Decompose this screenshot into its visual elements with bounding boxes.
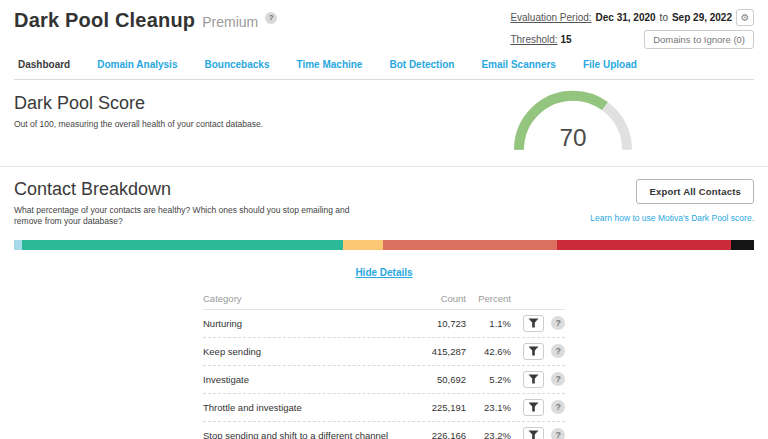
count-cell: 10,723	[393, 318, 466, 329]
row-help-icon[interactable]: ?	[551, 372, 565, 386]
title-wrap: Dark Pool Cleanup Premium ?	[14, 9, 277, 32]
nav-tab-domain-analysis[interactable]: Domain Analysis	[97, 59, 177, 70]
category-cell: Keep sending	[203, 346, 393, 357]
breakdown-actions: Export All Contacts Learn how to use Mot…	[590, 179, 754, 223]
evaluation-start-date: Dec 31, 2020	[596, 12, 656, 23]
bar-segment-3	[383, 240, 557, 250]
export-all-contacts-button[interactable]: Export All Contacts	[636, 179, 754, 204]
dark-pool-cleanup-page: Dark Pool Cleanup Premium ? Evaluation P…	[0, 0, 768, 439]
row-help-icon[interactable]: ?	[551, 400, 565, 414]
table-row: Stop sending and shift to a different ch…	[203, 422, 565, 439]
bar-segment-4	[557, 240, 732, 250]
learn-dark-pool-score-link[interactable]: Learn how to use Motiva's Dark Pool scor…	[590, 213, 754, 223]
percent-cell: 23.2%	[466, 430, 511, 439]
nav-tab-file-upload[interactable]: File Upload	[583, 59, 637, 70]
bar-segment-0	[14, 240, 22, 250]
category-cell: Throttle and investigate	[203, 402, 393, 413]
evaluation-period-label[interactable]: Evaluation Period:	[510, 12, 591, 23]
percent-cell: 23.1%	[466, 402, 511, 413]
breakdown-table: Category Count Percent Nurturing 10,723 …	[203, 288, 565, 439]
bar-segment-1	[22, 240, 343, 250]
nav-tab-email-scanners[interactable]: Email Scanners	[481, 59, 555, 70]
table-header-row: Category Count Percent	[203, 288, 565, 310]
filter-funnel-icon	[528, 402, 539, 412]
nav-tab-bot-detection[interactable]: Bot Detection	[389, 59, 454, 70]
count-column-header: Count	[393, 293, 466, 304]
row-help-icon[interactable]: ?	[551, 344, 565, 358]
filter-funnel-icon	[528, 374, 539, 384]
nav-tab-dashboard[interactable]: Dashboard	[18, 59, 70, 70]
gear-icon[interactable]: ⚙	[736, 9, 754, 26]
percent-cell: 1.1%	[466, 318, 511, 329]
category-cell: Stop sending and shift to a different ch…	[203, 430, 393, 439]
threshold-label[interactable]: Threshold:	[510, 34, 557, 45]
hide-details-wrap: Hide Details	[14, 262, 754, 280]
nav-tab-time-machine[interactable]: Time Machine	[296, 59, 362, 70]
score-title: Dark Pool Score	[14, 80, 754, 114]
create-filter-button[interactable]	[523, 399, 544, 416]
row-help-icon[interactable]: ?	[551, 428, 565, 439]
create-filter-button[interactable]	[523, 315, 544, 332]
header-settings: Evaluation Period: Dec 31, 2020 to Sep 2…	[510, 9, 754, 49]
filter-funnel-icon	[528, 346, 539, 356]
page-title: Dark Pool Cleanup	[14, 9, 195, 32]
row-help-icon[interactable]: ?	[551, 316, 565, 330]
filter-funnel-icon	[528, 430, 539, 439]
create-filter-button[interactable]	[523, 427, 544, 439]
percent-cell: 5.2%	[466, 374, 511, 385]
help-icon[interactable]: ?	[265, 12, 277, 24]
table-row: Investigate 50,692 5.2% ?	[203, 366, 565, 394]
evaluation-period-row: Evaluation Period: Dec 31, 2020 to Sep 2…	[510, 9, 754, 26]
category-cell: Investigate	[203, 374, 393, 385]
score-gauge: 70	[510, 84, 636, 156]
threshold-row: Threshold: 15 Domains to Ignore (0)	[510, 30, 754, 49]
premium-badge: Premium	[202, 14, 258, 30]
count-cell: 225,191	[393, 402, 466, 413]
hide-details-link[interactable]: Hide Details	[355, 267, 412, 278]
score-value: 70	[559, 124, 586, 151]
create-filter-button[interactable]	[523, 371, 544, 388]
domains-to-ignore-button[interactable]: Domains to Ignore (0)	[644, 30, 754, 49]
table-body: Nurturing 10,723 1.1% ? Keep sending 415…	[203, 310, 565, 439]
count-cell: 50,692	[393, 374, 466, 385]
category-cell: Nurturing	[203, 318, 393, 329]
count-cell: 415,287	[393, 346, 466, 357]
breakdown-title: Contact Breakdown	[14, 179, 374, 200]
dark-pool-score-section: Dark Pool Score Out of 100, measuring th…	[14, 80, 754, 166]
bar-segment-5	[731, 240, 754, 250]
table-row: Keep sending 415,287 42.6% ?	[203, 338, 565, 366]
table-row: Throttle and investigate 225,191 23.1% ?	[203, 394, 565, 422]
table-row: Nurturing 10,723 1.1% ?	[203, 310, 565, 338]
contact-breakdown-header: Contact Breakdown What percentage of you…	[14, 167, 754, 228]
create-filter-button[interactable]	[523, 343, 544, 360]
nav-tabs: DashboardDomain AnalysisBouncebacksTime …	[14, 59, 754, 80]
evaluation-to-text: to	[660, 12, 668, 23]
evaluation-end-date: Sep 29, 2022	[672, 12, 732, 23]
category-column-header: Category	[203, 293, 393, 304]
breakdown-titles: Contact Breakdown What percentage of you…	[14, 179, 374, 228]
percent-column-header: Percent	[466, 293, 511, 304]
score-subtitle: Out of 100, measuring the overall health…	[14, 119, 754, 130]
count-cell: 226,166	[393, 430, 466, 439]
filter-funnel-icon	[528, 318, 539, 328]
contact-breakdown-bar	[14, 240, 754, 250]
threshold-wrap: Threshold: 15	[510, 34, 571, 45]
breakdown-subtitle: What percentage of your contacts are hea…	[14, 205, 374, 228]
bar-segment-2	[343, 240, 382, 250]
nav-tab-bouncebacks[interactable]: Bouncebacks	[204, 59, 269, 70]
page-header: Dark Pool Cleanup Premium ? Evaluation P…	[14, 0, 754, 49]
percent-cell: 42.6%	[466, 346, 511, 357]
threshold-value: 15	[560, 34, 571, 45]
